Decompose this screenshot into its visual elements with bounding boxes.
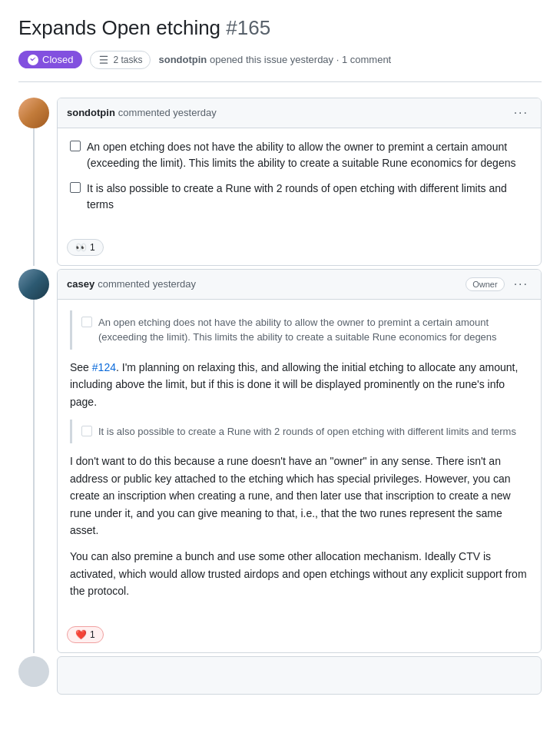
comment-menu-sondotpin[interactable]: ··· [511,104,532,121]
task-text-2: It is also possible to create a Rune wit… [87,181,529,213]
tasks-icon [98,55,109,65]
issue-number: #165 [226,16,270,39]
avatar-col-casey [18,269,49,653]
issue-opened-text: opened this issue yesterday · 1 comment [210,54,391,65]
reaction-heart-count: 1 [90,629,95,640]
comment-time-casey: commented yesterday [98,278,196,290]
reaction-bar-casey: ❤️ 1 [58,620,541,652]
casey-para-2: I don't want to do this because a rune d… [70,453,529,539]
timeline-line [33,128,35,266]
status-badge: Closed [18,51,82,68]
quoted-task-text-1: An open etching does not have the abilit… [98,315,519,345]
comment-header-sondotpin: sondotpin commented yesterday ··· [58,98,541,128]
quoted-task-item-2: It is also possible to create a Rune wit… [81,424,519,440]
reaction-heart-button[interactable]: ❤️ 1 [67,626,104,643]
comment-menu-casey[interactable]: ··· [511,276,532,293]
quoted-task-text-2: It is also possible to create a Rune wit… [98,424,516,440]
issue-title-text: Expands Open etching [18,16,220,39]
comment-sondotpin-row: sondotpin commented yesterday ··· An ope… [18,98,542,266]
issue-opener: sondotpin [158,54,207,65]
reaction-bar-sondotpin: 👀 1 [58,233,541,265]
partial-comment-row [18,656,542,695]
comment-body-casey: An open etching does not have the abilit… [58,300,541,620]
comment-header-casey: casey commented yesterday Owner ··· [58,270,541,300]
issue-meta-bar: Closed 2 tasks sondotpin opened this iss… [18,51,542,69]
avatar-col-sondotpin [18,98,49,266]
task-item-2: It is also possible to create a Rune wit… [70,181,529,213]
partial-comment-box [57,656,542,695]
task-checkbox-2[interactable] [70,182,81,193]
comment-header-left-casey: casey commented yesterday [67,278,196,290]
check-circle-icon [28,55,38,65]
owner-badge: Owner [466,277,504,291]
comment-time-sondotpin: commented yesterday [118,107,217,118]
blockquote-task-2: It is also possible to create a Rune wit… [70,420,529,444]
reaction-eyes-button[interactable]: 👀 1 [67,239,104,256]
comment-box-sondotpin: sondotpin commented yesterday ··· An ope… [57,98,542,266]
avatar-col-partial [18,656,49,695]
comment-casey-row: casey commented yesterday Owner ··· An o… [18,269,542,653]
timeline-line-casey [33,300,35,653]
blockquote-task-1: An open etching does not have the abilit… [70,310,529,350]
avatar-sondotpin [18,98,49,128]
issue-124-link[interactable]: #124 [92,361,116,373]
issue-meta-text: sondotpin opened this issue yesterday · … [158,54,391,65]
comment-header-right-casey: Owner ··· [466,276,532,293]
header-divider [18,81,542,82]
reaction-eyes-count: 1 [90,242,95,253]
avatar-partial [18,656,49,687]
comment-author-sondotpin: sondotpin [67,107,115,118]
status-label: Closed [42,54,73,65]
quoted-task-checkbox-1 [81,317,92,327]
avatar-casey [18,269,49,300]
comment-body-sondotpin: An open etching does not have the abilit… [58,128,541,233]
comment-box-casey: casey commented yesterday Owner ··· An o… [57,269,542,653]
comment-header-left: sondotpin commented yesterday [67,107,217,118]
quoted-task-item-1: An open etching does not have the abilit… [81,315,519,345]
task-item-1: An open etching does not have the abilit… [70,139,529,171]
comment-author-casey: casey [67,278,94,290]
reaction-eyes-emoji: 👀 [75,242,87,253]
task-checkbox-1[interactable] [70,141,81,151]
comment-header-right: ··· [511,104,532,121]
issue-title: Expands Open etching #165 [18,15,542,41]
tasks-badge[interactable]: 2 tasks [90,51,151,69]
tasks-label: 2 tasks [113,55,142,65]
task-text-1: An open etching does not have the abilit… [87,139,529,171]
reaction-heart-emoji: ❤️ [75,629,87,640]
quoted-task-checkbox-2 [81,426,92,436]
casey-para-1: See #124. I'm planning on relaxing this,… [70,359,529,410]
casey-para-3: You can also premine a bunch and use som… [70,548,529,599]
